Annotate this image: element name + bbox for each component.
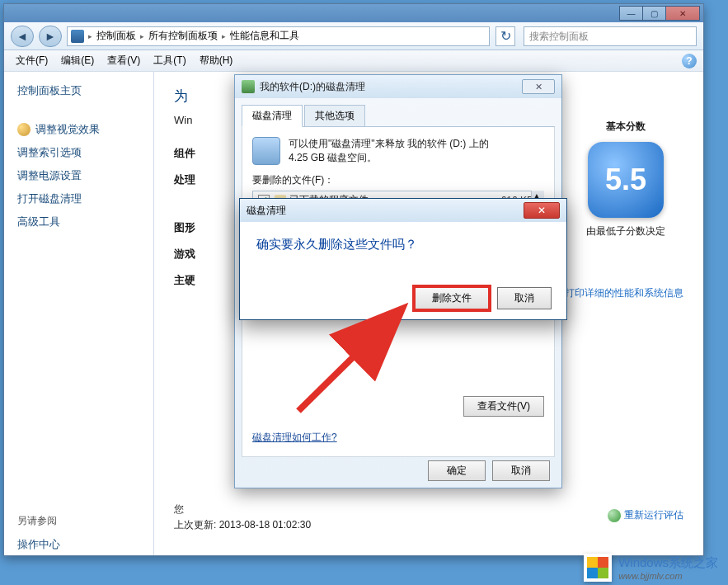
dialog-titlebar: 我的软件(D:)的磁盘清理 ✕ bbox=[235, 75, 561, 98]
dialog-close-button[interactable]: ✕ bbox=[522, 79, 555, 94]
breadcrumb[interactable]: 性能信息和工具 bbox=[227, 29, 303, 43]
sidebar-item-label: 高级工具 bbox=[17, 215, 60, 229]
tab-other-options[interactable]: 其他选项 bbox=[304, 105, 365, 127]
address-icon bbox=[71, 30, 84, 43]
crumb-sep-icon: ▸ bbox=[221, 32, 227, 40]
cleanup-info-text: 可以使用"磁盘清理"来释放 我的软件 (D:) 上的 4.25 GB 磁盘空间。 bbox=[289, 137, 489, 165]
confirm-title: 磁盘清理 bbox=[247, 204, 524, 218]
last-update: 上次更新: 2013-08-18 01:02:30 bbox=[174, 518, 683, 532]
tab-strip: 磁盘清理 其他选项 bbox=[242, 105, 555, 127]
sidebar-item-label: 操作中心 bbox=[17, 537, 60, 552]
base-score-label: 基本分数 bbox=[568, 120, 683, 134]
confirm-message: 确实要永久删除这些文件吗？ bbox=[240, 222, 566, 267]
help-icon[interactable]: ? bbox=[682, 54, 697, 68]
confirm-titlebar: 磁盘清理 ✕ bbox=[240, 199, 566, 222]
minimize-button[interactable]: — bbox=[619, 6, 642, 21]
sidebar-item-advanced-tools[interactable]: 高级工具 bbox=[17, 210, 153, 234]
sidebar-item-action-center[interactable]: 操作中心 bbox=[17, 533, 153, 556]
confirm-delete-dialog: 磁盘清理 ✕ 确实要永久删除这些文件吗？ 删除文件 取消 bbox=[239, 198, 567, 320]
maximize-button[interactable]: ▢ bbox=[642, 6, 665, 21]
sidebar-item-visual-effects[interactable]: 调整视觉效果 bbox=[17, 118, 153, 141]
ok-button[interactable]: 确定 bbox=[428, 460, 486, 481]
address-bar[interactable]: ▸ 控制面板 ▸ 所有控制面板项 ▸ 性能信息和工具 bbox=[67, 26, 490, 46]
menu-tools[interactable]: 工具(T) bbox=[147, 51, 192, 70]
breadcrumb[interactable]: 控制面板 bbox=[93, 29, 139, 43]
tips-label: 您 bbox=[174, 502, 683, 517]
window-titlebar: — ▢ ✕ bbox=[4, 4, 703, 22]
menu-file[interactable]: 文件(F) bbox=[9, 51, 54, 70]
sidebar-item-label: 调整电源设置 bbox=[17, 168, 82, 183]
how-cleanup-works-link[interactable]: 磁盘清理如何工作? bbox=[252, 431, 337, 445]
close-button[interactable]: ✕ bbox=[665, 6, 700, 21]
dialog-title: 我的软件(D:)的磁盘清理 bbox=[260, 80, 365, 94]
watermark: Windows系统之家 www.bjjmlv.com bbox=[584, 554, 718, 582]
sidebar-item-indexing[interactable]: 调整索引选项 bbox=[17, 141, 153, 164]
refresh-button[interactable]: ↻ bbox=[496, 26, 515, 46]
search-input[interactable] bbox=[529, 31, 691, 42]
crumb-sep-icon: ▸ bbox=[139, 32, 145, 40]
breadcrumb[interactable]: 所有控制面板项 bbox=[145, 29, 221, 43]
print-link-label: 打印详细的性能和系统信息 bbox=[565, 286, 683, 300]
delete-files-button[interactable]: 删除文件 bbox=[415, 287, 489, 309]
sidebar: 控制面板主页 调整视觉效果 调整索引选项 调整电源设置 打开磁盘清理 高级工具 … bbox=[4, 72, 154, 555]
menu-edit[interactable]: 编辑(E) bbox=[54, 51, 101, 70]
cancel-button[interactable]: 取消 bbox=[492, 460, 550, 481]
score-panel: 基本分数 5.5 由最低子分数决定 bbox=[568, 120, 683, 238]
watermark-logo-icon bbox=[584, 554, 612, 582]
watermark-brand: Windows系统之家 bbox=[618, 555, 718, 571]
sidebar-item-disk-cleanup[interactable]: 打开磁盘清理 bbox=[17, 187, 153, 210]
confirm-cancel-button[interactable]: 取消 bbox=[497, 287, 552, 309]
shield-icon bbox=[17, 123, 31, 136]
tab-cleanup[interactable]: 磁盘清理 bbox=[242, 105, 303, 127]
sidebar-title-link[interactable]: 控制面板主页 bbox=[17, 83, 82, 98]
seealso-label: 另请参阅 bbox=[17, 514, 153, 528]
crumb-sep-icon: ▸ bbox=[87, 32, 93, 40]
nav-toolbar: ◄ ► ▸ 控制面板 ▸ 所有控制面板项 ▸ 性能信息和工具 ↻ bbox=[4, 22, 703, 50]
sidebar-item-label: 调整索引选项 bbox=[17, 145, 82, 160]
confirm-close-button[interactable]: ✕ bbox=[524, 202, 560, 219]
drive-icon bbox=[252, 137, 280, 165]
watermark-url: www.bjjmlv.com bbox=[618, 571, 718, 581]
menu-view[interactable]: 查看(V) bbox=[101, 51, 147, 70]
sidebar-item-label: 打开磁盘清理 bbox=[17, 191, 82, 206]
nav-back-button[interactable]: ◄ bbox=[11, 26, 34, 47]
disk-cleanup-icon bbox=[242, 80, 255, 93]
menu-help[interactable]: 帮助(H) bbox=[193, 51, 240, 70]
print-details-link[interactable]: 打印详细的性能和系统信息 bbox=[548, 286, 683, 300]
files-to-delete-label: 要删除的文件(F)： bbox=[252, 173, 544, 187]
menu-bar: 文件(F) 编辑(E) 查看(V) 工具(T) 帮助(H) ? bbox=[4, 50, 703, 72]
sidebar-item-label: 调整视觉效果 bbox=[35, 122, 100, 137]
score-value: 5.5 bbox=[588, 142, 664, 218]
sidebar-item-power[interactable]: 调整电源设置 bbox=[17, 164, 153, 187]
score-desc: 由最低子分数决定 bbox=[568, 224, 683, 238]
search-box[interactable] bbox=[524, 26, 697, 46]
view-files-button[interactable]: 查看文件(V) bbox=[463, 396, 544, 417]
nav-forward-button[interactable]: ► bbox=[39, 26, 62, 47]
